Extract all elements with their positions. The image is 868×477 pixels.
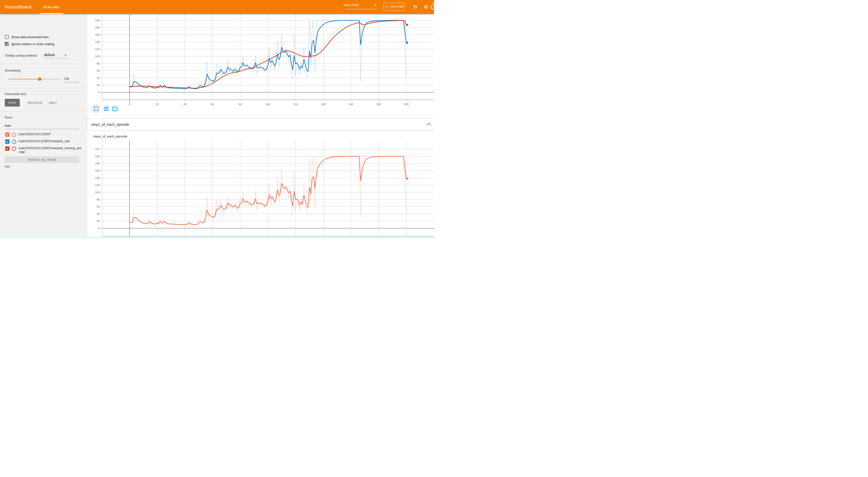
divider [0,111,87,112]
fit-domain-icon[interactable] [112,106,118,111]
chart-title: steps_of_each_episode [93,134,127,138]
chevron-down-icon[interactable] [64,55,67,56]
run-label: train/20201015-215937/rewards_moving_ave… [19,147,82,154]
checkbox-icon[interactable] [5,35,9,39]
run-row[interactable]: train/20201015-215937/rewards_raw [5,139,82,144]
expand-icon [94,106,98,111]
runs-filter-input[interactable]: train [5,124,11,127]
run-visibility-circle-icon[interactable] [12,133,16,137]
section-header-steps-of-each-episode[interactable]: steps_of_each_episode [87,119,434,130]
upload-button[interactable]: i UPLOAD [383,3,405,11]
svg-text:20: 20 [97,84,100,87]
rewards-chart-canvas[interactable]: 0204060801001201401601802000204060801001… [87,14,434,119]
steps-chart-canvas[interactable]: 020406080100120140160180200220 [87,140,434,237]
run-checkbox[interactable] [5,132,9,137]
svg-text:60: 60 [97,69,100,72]
svg-text:160: 160 [349,103,353,106]
svg-text:0: 0 [98,91,100,94]
svg-text:100: 100 [266,103,270,106]
smoothing-value-underline [64,82,80,83]
steps-chart-card: steps_of_each_episode 020406080100120140… [87,130,434,237]
svg-text:200: 200 [95,19,100,22]
svg-text:200: 200 [95,155,100,158]
smoothing-slider-track[interactable] [40,79,60,80]
svg-text:80: 80 [97,198,100,201]
status-dropdown-value: INACTIVE [344,3,359,7]
chart-toolbar [92,104,118,113]
help-icon[interactable]: ? [431,4,434,10]
checkbox-show-download-links[interactable]: Show data download links [5,35,49,39]
svg-text:80: 80 [97,62,100,65]
svg-text:140: 140 [95,40,100,43]
svg-text:200: 200 [404,103,408,106]
status-dropdown[interactable]: INACTIVE [344,3,377,9]
refresh-icon[interactable]: ↻ [412,4,419,10]
svg-text:100: 100 [95,191,100,194]
svg-text:80: 80 [239,103,242,106]
svg-text:0: 0 [129,103,130,106]
smoothing-value-input[interactable]: 0.6 [64,77,69,81]
axis-button-relative[interactable]: RELATIVE [24,99,46,106]
app-header: TensorBoard SCALARS INACTIVE i UPLOAD ↻ … [0,0,434,14]
tooltip-sorting-dropdown[interactable]: default [44,53,55,57]
chevron-up-icon[interactable] [427,123,431,127]
checkbox-ignore-outliers[interactable]: Ignore outliers in chart scaling [5,42,54,46]
run-row[interactable]: train/20201015-215937 [5,132,82,137]
run-visibility-circle-icon[interactable] [12,140,16,144]
svg-text:220: 220 [95,148,100,151]
svg-text:40: 40 [183,103,186,106]
bottom-cutoff-strip [0,237,434,238]
svg-text:20: 20 [97,220,100,223]
smoothing-label: Smoothing [5,69,20,72]
smoothing-slider-thumb[interactable] [38,77,41,81]
chevron-down-icon [374,5,377,6]
expand-chart-icon[interactable] [92,104,100,113]
gear-icon[interactable]: ⚙ [423,4,429,10]
axis-button-step[interactable]: STEP [5,99,20,106]
run-checkbox[interactable] [5,139,9,144]
axis-button-wall[interactable]: WALL [45,99,61,106]
svg-text:40: 40 [97,76,100,80]
svg-text:120: 120 [95,184,100,187]
runs-filter-underline [5,129,80,129]
svg-text:60: 60 [211,103,214,106]
run-visibility-circle-icon[interactable] [12,147,16,151]
svg-text:140: 140 [95,177,100,179]
run-row[interactable]: train/20201015-215937/rewards_moving_ave… [5,147,82,154]
rewards-chart-card: 0204060801001201401601802000204060801001… [87,14,434,119]
logs-label: logs [5,165,10,168]
run-checkbox[interactable] [5,147,9,151]
section-title: steps_of_each_episode [91,123,129,126]
checkbox-label: Show data download links [11,35,49,39]
run-label: train/20201015-215937/rewards_raw [19,139,82,143]
info-icon: i [385,5,389,9]
log-scale-icon[interactable] [104,106,108,111]
runs-label: Runs [5,116,13,119]
smoothing-slider-filled[interactable] [8,79,40,80]
run-label: train/20201015-215937 [19,132,82,136]
svg-text:160: 160 [95,169,100,172]
svg-text:180: 180 [95,26,100,29]
svg-text:60: 60 [97,205,100,208]
svg-text:100: 100 [95,55,100,58]
tab-scalars[interactable]: SCALARS [40,0,63,14]
settings-sidebar: Show data download links Ignore outliers… [0,14,87,237]
svg-text:40: 40 [97,212,100,215]
checkbox-icon[interactable] [5,42,9,46]
svg-text:140: 140 [321,103,326,106]
svg-text:180: 180 [376,103,381,106]
upload-button-label: UPLOAD [390,5,404,8]
svg-text:180: 180 [95,162,100,165]
toggle-all-runs-button[interactable]: TOGGLE ALL RUNS [5,156,79,163]
checkbox-label: Ignore outliers in chart scaling [11,42,54,46]
svg-text:120: 120 [95,47,100,51]
svg-text:120: 120 [293,103,298,106]
divider [0,88,87,88]
svg-text:0: 0 [98,227,100,230]
svg-text:20: 20 [156,103,159,106]
horizontal-axis-label: Horizontal Axis [5,92,26,96]
tooltip-sorting-label: Tooltip sorting method: [5,54,37,57]
svg-text:160: 160 [95,33,100,36]
app-title: TensorBoard [4,0,31,14]
